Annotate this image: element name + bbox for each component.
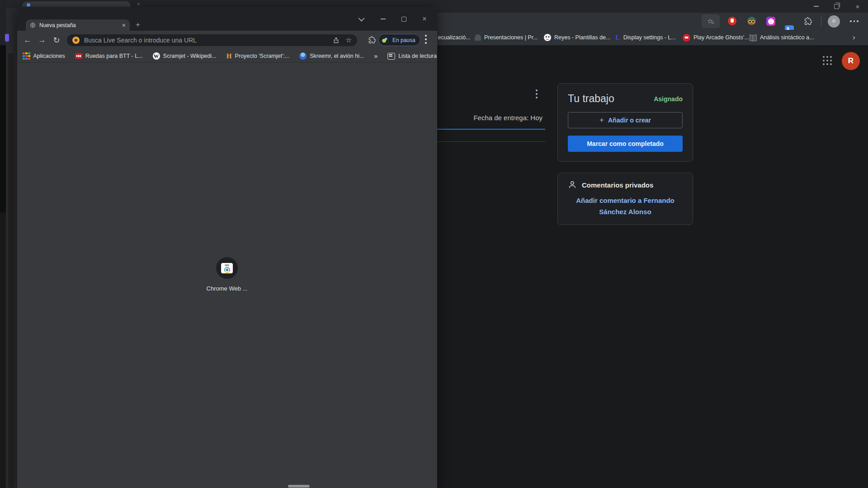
bookmark-label: Reyes - Plantillas de... [554,34,610,41]
close-button[interactable]: × [850,0,865,13]
bookmark-item-apps[interactable]: Aplicaciones [23,52,65,60]
toolbar-divider [821,17,821,26]
add-or-create-button[interactable]: + Añadir o crear [568,112,683,128]
bookmark-item[interactable]: Play Arcade Ghosts'... [683,30,749,45]
tab-close-icon[interactable]: × [122,22,126,28]
arcade-favicon-icon [683,34,690,42]
add-comment-line2: Sánchez Alonso [568,206,683,217]
letter-l-favicon-icon: L [615,33,620,42]
bookmark-item[interactable]: Reyes - Plantillas de... [544,30,610,45]
reload-button[interactable]: ↻ [51,34,62,46]
restore-icon [834,4,839,9]
reading-list-icon [387,53,395,60]
reading-list-button[interactable]: Lista de lectura [387,53,437,60]
btt-favicon-icon [75,53,82,59]
extensions-puzzle-icon[interactable] [804,17,812,25]
minimize-button[interactable] [808,0,824,13]
horizontal-scrollbar-thumb[interactable] [288,485,310,488]
chrome-web-store-shortcut[interactable] [216,257,238,279]
reading-list-label: Lista de lectura [398,53,437,59]
bookmark-star-icon[interactable]: ☆ [346,36,352,44]
adblock-extension-icon[interactable] [728,17,736,25]
bookmark-item[interactable]: a ecualizació... [433,30,471,45]
add-comment-link[interactable]: Añadir comentario a Fernando Sánchez Alo… [568,195,683,217]
search-engine-icon [72,37,80,44]
private-comments-title: Comentarios privados [582,181,653,189]
close-button[interactable]: × [418,13,431,25]
background-accent-mark [5,34,9,42]
bookmark-label: Análisis sintáctico a... [760,34,814,41]
private-comments-card: Comentarios privados Añadir comentario a… [557,173,693,225]
bookmark-item[interactable]: Ruedas para BTT - L... [75,53,143,59]
minimize-icon [381,19,386,19]
background-tab-close-icon[interactable]: × [137,1,140,7]
slides-favicon-icon [475,34,481,41]
face-favicon-icon [544,34,551,41]
browser-menu-kebab-icon[interactable] [425,35,427,44]
due-date-text: Fecha de entrega: Hoy [452,114,542,122]
attachment-options-kebab-icon[interactable] [536,89,538,99]
bookmark-item[interactable]: Presentaciones | Pr... [475,30,538,45]
mark-complete-button[interactable]: Marcar como completado [568,136,683,152]
bookmark-label: Skreemr, el avión hi... [310,53,364,59]
character-extension-icon[interactable] [747,17,756,25]
book-favicon-icon [750,35,757,41]
video-downloader-extension-icon[interactable]: ↓ [766,17,775,26]
background-window-edge [6,8,17,488]
your-work-title: Tu trabajo [568,93,614,105]
address-bar[interactable]: Busca Live Search o introduce una URL ☆ [67,34,357,46]
add-comment-line1: Añadir comentario a Fernando [568,195,683,206]
google-apps-grid-icon[interactable] [823,56,832,65]
desktop: × × ☆+ ↓ A a [0,0,868,488]
tab-search-chevron-button[interactable] [355,13,369,25]
tab-favicon-icon [27,3,30,7]
browser-menu-kebab-icon[interactable] [850,20,859,22]
skreemr-favicon-icon [299,52,307,60]
new-tab-page: Chrome Web ... [17,63,437,488]
bookmark-label: Play Arcade Ghosts'... [693,34,749,41]
profile-avatar[interactable] [828,15,840,28]
globe-icon [30,22,36,28]
maximize-icon [401,17,406,22]
section-divider [429,141,545,142]
bookmark-item[interactable]: L Display settings - L... [615,30,676,45]
bookmark-this-tab-button[interactable]: ☆+ [702,14,720,28]
bookmark-item[interactable]: W Scramjet - Wikipedi... [153,52,217,60]
tab-title: Nueva pestaña [39,22,122,28]
shortcut-label: Chrome Web ... [191,285,263,292]
share-icon[interactable] [333,37,340,44]
bookmark-label: Display settings - L... [623,34,676,41]
status-badge: Asignado [654,95,683,103]
restore-button[interactable] [829,0,844,13]
bookmarks-overflow-chevron-icon[interactable]: › [853,30,855,45]
new-tab-button[interactable]: + [136,20,140,29]
title-underline [429,129,545,130]
forward-button[interactable]: → [36,34,48,46]
active-tab[interactable]: Nueva pestaña × [26,19,130,31]
extension-paused-badge[interactable]: En pausa [378,34,420,46]
paused-badge-label: En pausa [392,37,415,43]
minimize-button[interactable] [376,13,390,25]
extensions-puzzle-icon[interactable] [368,36,376,44]
fairy-extension-icon [381,36,389,44]
maximize-button[interactable] [397,13,410,25]
account-avatar[interactable]: R [842,52,860,70]
bookmarks-overflow-icon[interactable]: » [374,52,377,60]
bookmarks-bar: Aplicaciones Ruedas para BTT - L... W Sc… [17,50,437,63]
minimize-icon [814,6,819,7]
tab-strip: Nueva pestaña × + × [17,7,437,31]
history-favicon-icon: H [226,52,232,60]
chevron-down-icon [359,15,365,22]
bookmark-label: a ecualizació... [433,34,471,41]
navigation-toolbar: ← → ↻ Busca Live Search o introduce una … [17,31,437,50]
plus-icon: + [599,116,604,125]
download-arrow-icon: ↓ [768,19,774,24]
bookmark-item[interactable]: Análisis sintáctico a... [750,30,814,45]
bookmark-item[interactable]: Skreemr, el avión hi... [299,52,364,60]
bookmark-item[interactable]: H Proyecto 'Scramjet':... [226,52,289,60]
back-button[interactable]: ← [22,34,33,46]
apps-grid-icon [23,52,30,60]
bookmark-label: Scramjet - Wikipedi... [163,53,217,59]
chrome-new-tab-window: Nueva pestaña × + × ← → ↻ Busca Live Sea… [17,7,437,488]
bookmark-label: Aplicaciones [33,53,65,59]
